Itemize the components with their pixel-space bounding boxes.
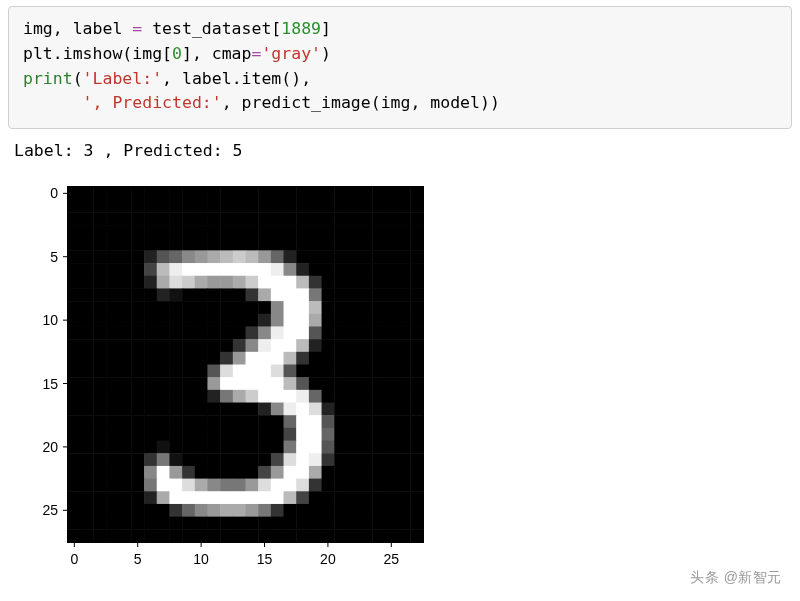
heatmap-pixel [119, 187, 132, 200]
heatmap-pixel [81, 517, 94, 530]
heatmap-pixel [347, 212, 360, 225]
heatmap-pixel [195, 504, 208, 517]
heatmap-pixel [207, 352, 220, 365]
heatmap-pixel [372, 453, 385, 466]
heatmap-pixel [169, 466, 182, 479]
heatmap-pixel [322, 529, 335, 542]
heatmap-pixel [258, 250, 271, 263]
heatmap-pixel [322, 187, 335, 200]
code-text: , label.item(), [162, 69, 311, 88]
heatmap-pixel [220, 517, 233, 530]
heatmap-pixel [131, 491, 144, 504]
heatmap-pixel [334, 479, 347, 492]
heatmap-pixel [372, 200, 385, 213]
heatmap-pixel [309, 453, 322, 466]
heatmap-pixel [258, 238, 271, 251]
heatmap-pixel [334, 263, 347, 276]
heatmap-pixel [169, 377, 182, 390]
heatmap-pixel [296, 212, 309, 225]
heatmap-pixel [284, 517, 297, 530]
heatmap-pixel [182, 288, 195, 301]
heatmap-pixel [360, 517, 373, 530]
heatmap-pixel [131, 440, 144, 453]
heatmap-pixel [220, 212, 233, 225]
heatmap-pixel [246, 238, 259, 251]
y-tick-label: 20 [42, 439, 58, 455]
heatmap-pixel [106, 314, 119, 327]
heatmap-pixel [233, 453, 246, 466]
heatmap-pixel [398, 377, 411, 390]
mnist-plot: 05101520250510152025 [13, 179, 443, 593]
heatmap-pixel [334, 428, 347, 441]
heatmap-pixel [207, 377, 220, 390]
heatmap-pixel [169, 479, 182, 492]
heatmap-pixel [347, 479, 360, 492]
heatmap-pixel [207, 339, 220, 352]
heatmap-pixel [271, 276, 284, 289]
heatmap-pixel [284, 364, 297, 377]
heatmap-pixel [258, 200, 271, 213]
heatmap-pixel [271, 352, 284, 365]
heatmap-pixel [271, 504, 284, 517]
heatmap-pixel [119, 491, 132, 504]
heatmap-pixel [220, 390, 233, 403]
heatmap-pixel [385, 238, 398, 251]
heatmap-pixel [360, 529, 373, 542]
heatmap-pixel [284, 276, 297, 289]
heatmap-pixel [81, 453, 94, 466]
heatmap-pixel [284, 453, 297, 466]
heatmap-pixel [81, 288, 94, 301]
heatmap-pixel [195, 187, 208, 200]
heatmap-pixel [410, 402, 423, 415]
heatmap-pixel [334, 301, 347, 314]
code-line-2: plt.imshow(img[0], cmap='gray') [23, 44, 331, 63]
heatmap-pixel [169, 326, 182, 339]
heatmap-pixel [233, 263, 246, 276]
heatmap-pixel [157, 529, 170, 542]
heatmap-pixel [322, 479, 335, 492]
heatmap-pixel [322, 314, 335, 327]
heatmap-pixel [131, 377, 144, 390]
heatmap-pixel [233, 415, 246, 428]
heatmap-pixel [296, 200, 309, 213]
heatmap-pixel [398, 504, 411, 517]
heatmap-pixel [68, 491, 81, 504]
heatmap-pixel [182, 225, 195, 238]
heatmap-pixel [106, 288, 119, 301]
heatmap-pixel [360, 352, 373, 365]
heatmap-pixel [169, 529, 182, 542]
heatmap-pixel [385, 352, 398, 365]
heatmap-pixel [144, 339, 157, 352]
heatmap-pixel [207, 288, 220, 301]
heatmap-pixel [195, 440, 208, 453]
heatmap-pixel [220, 352, 233, 365]
heatmap-pixel [144, 200, 157, 213]
heatmap-pixel [207, 428, 220, 441]
heatmap-pixel [93, 517, 106, 530]
heatmap-pixel [106, 491, 119, 504]
heatmap-pixel [309, 491, 322, 504]
heatmap-pixel [372, 415, 385, 428]
heatmap-pixel [182, 479, 195, 492]
heatmap-pixel [271, 238, 284, 251]
heatmap-pixel [169, 364, 182, 377]
heatmap-pixel [309, 479, 322, 492]
heatmap-pixel [169, 402, 182, 415]
heatmap-pixel [271, 250, 284, 263]
heatmap-pixel [284, 491, 297, 504]
heatmap-pixel [68, 326, 81, 339]
heatmap-pixel [220, 428, 233, 441]
heatmap-pixel [271, 212, 284, 225]
heatmap-pixel [157, 466, 170, 479]
heatmap-pixel [347, 517, 360, 530]
heatmap-pixel [131, 250, 144, 263]
heatmap-pixel [233, 529, 246, 542]
heatmap-pixel [296, 301, 309, 314]
heatmap-pixel [233, 491, 246, 504]
heatmap-pixel [157, 263, 170, 276]
heatmap-pixel [207, 326, 220, 339]
heatmap-pixel [258, 326, 271, 339]
builtin-func: print [23, 69, 73, 88]
heatmap-pixel [271, 364, 284, 377]
heatmap-pixel [93, 250, 106, 263]
